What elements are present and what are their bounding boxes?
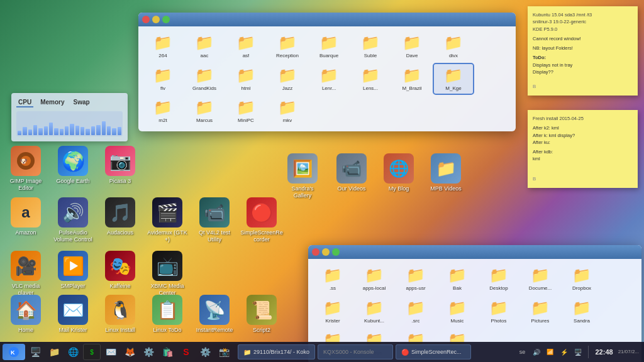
window-screenrec[interactable]: 🔴 SimpleScreenRec... — [396, 344, 471, 359]
maximize-button[interactable] — [162, 16, 170, 23]
file-kubunt[interactable]: 📁Kubunt... — [355, 297, 394, 327]
filemanager-top-titlebar[interactable] — [138, 13, 516, 26]
icon-picasa[interactable]: 📷 Picasa 3 — [97, 143, 143, 187]
file-suble[interactable]: 📁Suble — [351, 31, 390, 62]
files-button[interactable]: 📁 — [45, 344, 63, 360]
file-flv[interactable]: 📁flv — [143, 64, 182, 94]
sticky-note-2-footer: B — [533, 175, 633, 183]
memory-tab[interactable]: Memory — [38, 98, 66, 107]
sticky-note-1-todo: ToDo: — [533, 54, 633, 61]
icon-mpb-videos[interactable]: 📁 MPB Videos — [423, 151, 469, 195]
file-buarque[interactable]: 📁Buarque — [309, 31, 348, 62]
icon-xbmc[interactable]: 📺 XBMC Media Center — [145, 248, 190, 299]
cpu-tab[interactable]: CPU — [16, 98, 33, 107]
kde-menu-button[interactable]: K — [3, 344, 25, 360]
file-photos[interactable]: 📁Photos — [479, 297, 518, 327]
icon-smplayer[interactable]: ▶️ SMPlayer — [50, 248, 96, 292]
file-lenr1[interactable]: 📁Lenr... — [309, 64, 348, 94]
icon-gimp[interactable]: 🐶 GIMP Image Editor — [3, 143, 48, 194]
chrome-button[interactable]: ⚙️ — [140, 344, 157, 360]
file-html[interactable]: 📁html — [226, 64, 265, 94]
graph-bar — [118, 127, 121, 135]
icon-linux-install[interactable]: 🐧 Linux Install — [97, 292, 143, 336]
file-bak[interactable]: 📁Bak — [438, 264, 477, 294]
icon-home[interactable]: 🏠 Home — [3, 292, 48, 336]
file-minipc[interactable]: 📁MiniPC — [226, 96, 265, 126]
file-mkge[interactable]: 📁M_Kge — [434, 64, 473, 94]
browser-button[interactable]: 🌐 — [64, 344, 82, 360]
file-reception[interactable]: 📁Reception — [268, 31, 307, 62]
minimize-button[interactable] — [152, 16, 160, 23]
settings-button[interactable]: ⚙️ — [196, 344, 214, 360]
icon-kaffeine[interactable]: 🎭 Kaffeine — [97, 248, 143, 292]
file-krister[interactable]: 📁Krister — [313, 297, 352, 327]
file-jazz[interactable]: 📁Jazz — [268, 64, 307, 94]
file-apps-local[interactable]: 📁apps-local — [355, 264, 394, 294]
sticky-note-2-title: Fresh install 2015-04-25 — [533, 115, 633, 122]
icon-instantremote[interactable]: 📡 InstantRemote — [192, 292, 237, 336]
file-sandra[interactable]: 📁Sandra — [562, 297, 601, 327]
file-marcus[interactable]: 📁Marcus — [185, 96, 224, 126]
file-dropbox[interactable]: 📁Dropbox — [562, 264, 601, 294]
tray-monitor[interactable]: 🖥️ — [572, 346, 584, 358]
tray-se[interactable]: se — [517, 346, 528, 358]
icon-audacious[interactable]: 🎵 Audacious — [97, 195, 143, 239]
icon-mail-krister[interactable]: ✉️ Mail Krister — [50, 292, 96, 336]
graph-bar — [54, 128, 58, 135]
file-aac[interactable]: 📁aac — [185, 31, 224, 62]
file-mbrazil[interactable]: 📁M_Brazil — [392, 64, 431, 94]
firefox-button[interactable]: 🦊 — [121, 344, 138, 360]
close-button-2[interactable] — [312, 248, 319, 256]
email-button[interactable]: ✉️ — [102, 344, 119, 360]
icon-google-earth[interactable]: 🌍 Google Earth — [50, 143, 96, 187]
softwarecenter-button[interactable]: 🛍️ — [158, 344, 176, 360]
file-ss[interactable]: 📁.ss — [313, 264, 352, 294]
file-264[interactable]: 📁264 — [143, 31, 182, 62]
tray-power[interactable]: ⚡ — [558, 346, 570, 358]
kde-logo-icon: K — [8, 346, 19, 358]
icon-script2[interactable]: 📜 Script2 — [239, 292, 284, 336]
show-desktop-button[interactable]: 🖥️ — [26, 344, 44, 360]
superbutton[interactable]: S — [177, 344, 195, 360]
file-music[interactable]: 📁Music — [438, 297, 477, 327]
tray-network[interactable]: 📶 — [545, 346, 556, 358]
icon-vlc[interactable]: 🎥 VLC media player — [3, 248, 48, 299]
terminal-button[interactable]: $ — [83, 344, 101, 360]
file-dave[interactable]: 📁Dave — [392, 31, 431, 62]
swap-tab[interactable]: Swap — [71, 98, 91, 107]
icon-amazon[interactable]: a Amazon — [3, 195, 48, 239]
graph-bar — [33, 125, 37, 135]
monitor-tabs: CPU Memory Swap — [16, 98, 123, 107]
icon-simplescreenrec[interactable]: 🔴 SimpleScreenRecorder — [239, 195, 284, 246]
icon-linux-todo[interactable]: 📋 Linux ToDo — [145, 292, 190, 336]
minimize-button-2[interactable] — [322, 248, 330, 256]
file-lens[interactable]: 📁Lens... — [351, 64, 390, 94]
file-src[interactable]: 📁.src — [396, 297, 435, 327]
filemanager-bottom-titlebar[interactable] — [308, 245, 641, 259]
screenshot-button[interactable]: 📸 — [215, 344, 233, 360]
taskbar-right: se 🔊 📶 ⚡ 🖥️ 22:48 21/07/2... — [514, 346, 642, 358]
maximize-button-2[interactable] — [332, 248, 340, 256]
window-konsole[interactable]: KQXS000 - Konsole — [318, 344, 393, 359]
file-grandkids[interactable]: 📁GrandKids — [185, 64, 224, 94]
icon-our-videos[interactable]: 📹 Our Videos — [329, 151, 374, 195]
icon-avidemux[interactable]: 🎬 Avidemux (GTK +) — [145, 195, 190, 246]
window-files[interactable]: 📁 29110/Brix174/ - Koko — [238, 344, 315, 359]
taskbar-windows: 📁 29110/Brix174/ - Koko KQXS000 - Konsol… — [233, 344, 514, 359]
tray-volume[interactable]: 🔊 — [531, 346, 542, 358]
icon-my-blog[interactable]: 🌐 My Blog — [376, 151, 421, 195]
icon-pulseaudio[interactable]: 🔊 PulseAudio Volume Control — [50, 195, 96, 246]
graph-bar — [60, 129, 64, 135]
taskbar-date: 21/07/2... — [618, 349, 639, 355]
icon-sandras-gallery[interactable]: 🖼️ Sandra's Gallery — [280, 151, 325, 202]
file-m2t[interactable]: 📁m2t — [143, 96, 182, 126]
file-mkv[interactable]: 📁mkv — [268, 96, 307, 126]
file-asf[interactable]: 📁asf — [226, 31, 265, 62]
file-apps-usr[interactable]: 📁apps-usr — [396, 264, 435, 294]
file-pictures[interactable]: 📁Pictures — [521, 297, 560, 327]
file-desktop[interactable]: 📁Desktop — [479, 264, 518, 294]
icon-qt-utility[interactable]: 📹 Qt V4L2 test Utility — [192, 195, 237, 246]
file-divx[interactable]: 📁divx — [434, 31, 473, 62]
close-button[interactable] — [142, 16, 150, 23]
file-docume[interactable]: 📁Docume... — [521, 264, 560, 294]
